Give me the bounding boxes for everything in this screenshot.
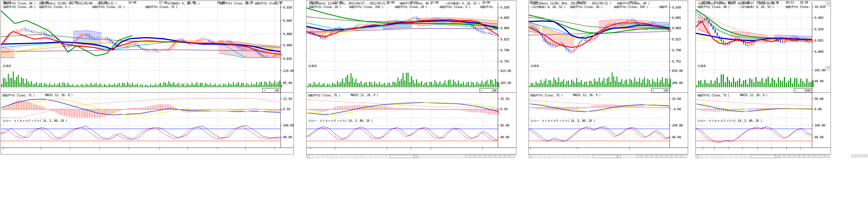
scrollbar-tile[interactable]	[672, 155, 676, 158]
scroll-left-button[interactable]: ◄	[307, 155, 311, 158]
volume-axis-label: 415.00	[500, 69, 511, 73]
stoch-axis-label: 95.00	[500, 124, 509, 127]
scrollbar-tiles-overflow[interactable]	[851, 155, 868, 157]
scrollbar-tile[interactable]	[784, 155, 789, 158]
stoch-axis-label: 100.00	[283, 124, 294, 127]
scrollbar-tile[interactable]	[490, 155, 495, 158]
scrollbar-tile[interactable]	[495, 155, 500, 158]
scrollbar-track[interactable]	[310, 155, 390, 158]
macd-axis-label: -4.00	[672, 107, 681, 111]
scrollbar-tiles[interactable]	[465, 155, 515, 158]
scrollbar-tile[interactable]	[861, 155, 866, 157]
chart-corner-button[interactable]: ◥	[826, 66, 830, 71]
time-axis-label: 12:00	[335, 1, 343, 4]
scrollbar-tiles[interactable]	[779, 155, 830, 158]
price-axis-label: 9,790	[500, 48, 509, 52]
scrollbar-tile[interactable]	[657, 155, 661, 158]
price-axis-label: 9,930	[500, 6, 509, 9]
price-axis-label: 9,930	[283, 6, 292, 9]
scrollbar-tile[interactable]	[866, 155, 868, 157]
chart-legend-row: 日経225mini 11/06( 30分, 2011/04/27 - 2011/…	[529, 1, 669, 5]
multiply-icon: ×	[481, 89, 483, 92]
time-axis-label: 05/10	[757, 1, 765, 4]
scrollbar-tile[interactable]	[470, 155, 475, 158]
stoch-axis-label: 40.00	[500, 135, 509, 139]
scroll-right-button[interactable]: ►	[617, 155, 621, 158]
scrollbar-track[interactable]	[533, 155, 593, 158]
legend-item: 移動平均( Close, 75 )	[145, 5, 178, 8]
scrollbar-tile[interactable]	[682, 155, 686, 158]
chart-plot-area[interactable]	[529, 1, 688, 154]
scrollbar-tile[interactable]	[789, 155, 794, 158]
chart-panel-15min: 日経225mini 11/06( 15分, 2011/04/27 - 2011/…	[306, 1, 517, 155]
scroll-left-button[interactable]: ◄	[529, 155, 533, 158]
price-axis-label: 9,880	[283, 32, 292, 36]
scrollbar-tile[interactable]	[637, 155, 641, 158]
scrollbar-tile[interactable]	[779, 155, 784, 158]
scrollbar-tile[interactable]	[647, 155, 651, 158]
chart-plot-area[interactable]	[1, 1, 293, 154]
time-axis-label: 20:00	[386, 1, 395, 4]
scrollbar-tile[interactable]	[677, 155, 681, 158]
legend-item: 移動平均( Close, 10 )	[309, 5, 341, 8]
price-axis-label: 9,855	[814, 38, 824, 43]
volume-section-label: 出来高	[3, 64, 11, 68]
scroll-right-button[interactable]: ►	[775, 155, 779, 158]
legend-item: 一目均衡表( 9, 26, 52 )	[444, 1, 479, 5]
scrollbar-thumb[interactable]	[390, 155, 414, 158]
legend-item: 移動平均( Close, 150 )	[614, 5, 648, 8]
scrollbar-tiles[interactable]	[637, 155, 687, 158]
horizontal-scrollbar[interactable]: ◄►	[306, 155, 516, 158]
scrollbar-tile[interactable]	[500, 155, 505, 158]
stoch-section-label: スロー・ストキャスティクス( 14, 3, 80, 20 )	[697, 119, 762, 123]
time-axis-label: 22:40	[274, 1, 282, 4]
scrollbar-tile[interactable]	[809, 155, 814, 158]
scrollbar-thumb[interactable]	[751, 155, 775, 158]
price-axis-label: 9,860	[500, 26, 509, 30]
horizontal-scrollbar[interactable]: ◄►	[695, 155, 830, 158]
legend-item: 一目均衡表( 9, 26, 52 )	[530, 5, 565, 8]
scrollbar-tile[interactable]	[819, 155, 824, 158]
macd-section-label: 移動平均( Close, 75 )	[530, 93, 563, 98]
scrollbar-tile[interactable]	[856, 155, 861, 157]
scrollbar-tile[interactable]	[465, 155, 470, 158]
scrollbar-tile[interactable]	[851, 155, 856, 157]
time-axis-label: 05/11	[3, 1, 11, 4]
chart-plot-area[interactable]	[307, 1, 516, 154]
scrollbar-tile[interactable]	[799, 155, 804, 158]
chart-plot-area[interactable]	[696, 1, 831, 154]
legend-item: 移動平均( Close, 150 )	[349, 5, 383, 8]
macd-section-label: MACD( 12, 26, 9 )	[351, 93, 378, 97]
time-axis-label: 05/10	[577, 1, 585, 4]
scrollbar-thumb[interactable]	[593, 155, 617, 158]
macd-axis-label: 15.50	[500, 97, 509, 101]
scrollbar-tile[interactable]	[795, 155, 799, 158]
volume-multiplier: ×100	[651, 88, 670, 92]
macd-axis-label: 0.00	[814, 107, 822, 111]
scrollbar-tile[interactable]	[475, 155, 479, 158]
macd-section-label: 移動平均( Close, 75 )	[308, 93, 340, 98]
scroll-left-button[interactable]: ◄	[696, 155, 700, 158]
scrollbar-track[interactable]	[700, 155, 751, 158]
scrollbar-tile[interactable]	[652, 155, 656, 158]
chart-legend-row: 移動平均( Close, 10 )移動平均( Close, 150 )移動平均(…	[307, 5, 497, 8]
chart-corner-button[interactable]: ◥	[826, 2, 830, 6]
macd-axis-label: 13.50	[283, 97, 292, 101]
scrollbar-tile[interactable]	[510, 155, 515, 158]
scrollbar-tile[interactable]	[814, 155, 819, 158]
stoch-axis-label: 40.00	[672, 135, 681, 139]
scrollbar-tile[interactable]	[666, 155, 671, 158]
scrollbar-tile[interactable]	[825, 155, 829, 158]
scrollbar-tile[interactable]	[642, 155, 646, 158]
scrollbar-tile[interactable]	[485, 155, 490, 158]
scrollbar-tile[interactable]	[480, 155, 485, 158]
time-axis-label: 16:30	[714, 1, 722, 4]
multiplier-value: 100	[663, 89, 668, 92]
chart-panel-60min: 日経225mini 11/06( 60分, 2011/04/27 - 2011/…	[695, 1, 831, 155]
scrollbar-tile[interactable]	[661, 155, 666, 158]
scrollbar-tile[interactable]	[505, 155, 510, 158]
scroll-right-button[interactable]: ►	[414, 155, 418, 158]
scrollbar-tile[interactable]	[804, 155, 809, 158]
horizontal-scrollbar[interactable]: ◄►	[528, 155, 687, 158]
legend-item: 移動平均( Close, 20 )	[395, 5, 427, 8]
